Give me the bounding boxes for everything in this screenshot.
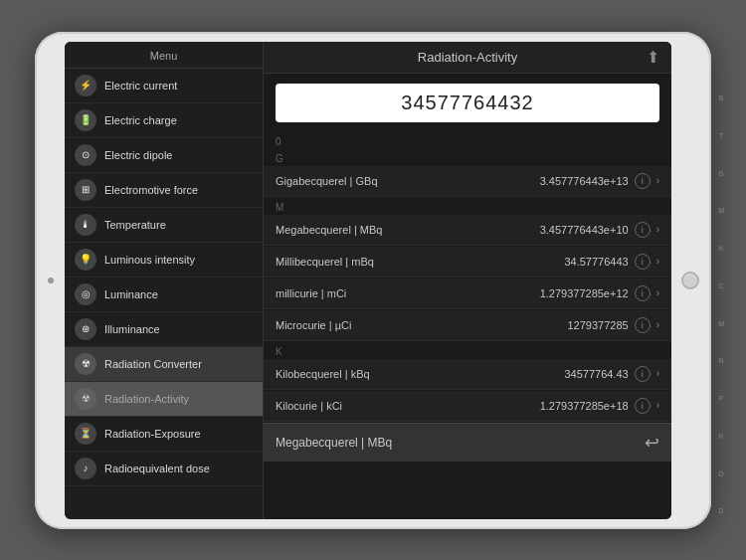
chevron-kilocurie-icon: › <box>656 400 659 411</box>
electric-dipole-icon: ⊙ <box>75 144 96 166</box>
sidebar-label: Electromotive force <box>104 184 198 196</box>
footer-label: Megabecquerel | MBq <box>276 436 392 450</box>
row-kilocurie-value: 1.279377285e+18 <box>540 400 629 412</box>
radiation-converter-icon: ☢ <box>75 353 96 375</box>
sidebar-label: Illuminance <box>104 323 160 335</box>
row-millicurie[interactable]: millicurie | mCi 1.279377285e+12 i › <box>264 279 671 309</box>
main-header: Radiation-Activity ⬆ <box>264 42 671 74</box>
radiation-activity-icon: ☢ <box>75 388 96 410</box>
sidebar-label: Luminous intensity <box>104 254 195 266</box>
sidebar-item-luminous-intensity[interactable]: 💡 Luminous intensity <box>65 243 263 278</box>
info-microcurie-button[interactable]: i <box>635 317 651 333</box>
chevron-kilobecquerel-icon: › <box>656 368 659 379</box>
row-megabecquerel[interactable]: Megabecquerel | MBq 3.457776443e+10 i › <box>264 215 671 246</box>
chevron-microcurie-icon: › <box>656 319 659 330</box>
sidebar-label: Electric current <box>104 80 177 92</box>
sidebar: Menu ⚡ Electric current 🔋 Electric charg… <box>65 42 264 519</box>
sidebar-item-radiation-exposure[interactable]: ⏳ Radiation-Exposure <box>65 417 263 452</box>
row-microcurie-value: 1279377285 <box>567 319 628 331</box>
tablet: Menu ⚡ Electric current 🔋 Electric charg… <box>35 32 711 529</box>
info-kilocurie-button[interactable]: i <box>635 398 651 414</box>
sidebar-item-electric-dipole[interactable]: ⊙ Electric dipole <box>65 138 263 173</box>
sidebar-item-radiation-converter[interactable]: ☢ Radiation Converter <box>65 347 263 382</box>
row-kilocurie-label: Kilocurie | kCi <box>276 400 342 412</box>
chevron-gigabecquerel-icon: › <box>656 175 659 186</box>
row-gigabecquerel-right: 3.457776443e+13 i › <box>540 173 659 189</box>
row-megabecquerel-value: 3.457776443e+10 <box>540 224 629 236</box>
footer-bar: Megabecquerel | MBq ↩ <box>264 423 671 462</box>
temperature-icon: 🌡 <box>75 214 96 236</box>
row-gigabecquerel[interactable]: Gigabecquerel | GBq 3.457776443e+13 i › <box>264 166 671 197</box>
row-millibecquerel[interactable]: Millibecquerel | mBq 34.57776443 i › <box>264 247 671 278</box>
section-g-label: G <box>264 149 671 166</box>
sidebar-item-radioequivalent-dose[interactable]: ♪ Radioequivalent dose <box>65 452 263 486</box>
row-millibecquerel-right: 34.57776443 i › <box>564 254 659 270</box>
electromotive-icon: ⊞ <box>75 179 96 201</box>
share-icon[interactable]: ⬆ <box>647 48 659 67</box>
tablet-right-side <box>679 272 701 289</box>
main-content: Radiation-Activity ⬆ 0 G Gigabecquerel |… <box>264 42 671 519</box>
input-sublabel: 0 <box>264 132 671 149</box>
sidebar-item-electric-current[interactable]: ⚡ Electric current <box>65 69 263 103</box>
sidebar-item-radiation-activity[interactable]: ☢ Radiation-Activity <box>65 382 263 417</box>
sidebar-label: Electric dipole <box>104 149 172 161</box>
tablet-screen: Menu ⚡ Electric current 🔋 Electric charg… <box>65 42 671 519</box>
radiation-exposure-icon: ⏳ <box>75 423 96 445</box>
electric-charge-icon: 🔋 <box>75 109 96 131</box>
section-k-label: K <box>264 342 671 359</box>
row-kilobecquerel-value: 34577764.43 <box>564 368 628 380</box>
sidebar-label: Luminance <box>104 288 158 300</box>
sidebar-header: Menu <box>65 42 263 69</box>
sidebar-item-illuminance[interactable]: ⊛ Illuminance <box>65 312 263 347</box>
row-millibecquerel-value: 34.57776443 <box>564 256 628 268</box>
main-title: Radiation-Activity <box>418 50 517 65</box>
sidebar-label: Radioequivalent dose <box>104 463 210 474</box>
input-area <box>264 74 671 128</box>
side-button <box>48 278 54 283</box>
luminance-icon: ◎ <box>75 283 96 305</box>
sidebar-label: Electric charge <box>104 114 177 126</box>
row-microcurie-label: Microcurie | µCi <box>276 319 351 331</box>
row-kilobecquerel-right: 34577764.43 i › <box>564 366 659 382</box>
info-megabecquerel-button[interactable]: i <box>635 222 651 238</box>
row-megabecquerel-label: Megabecquerel | MBq <box>276 224 382 236</box>
info-gigabecquerel-button[interactable]: i <box>635 173 651 189</box>
sidebar-item-electromotive-force[interactable]: ⊞ Electromotive force <box>65 173 263 208</box>
sidebar-label: Radiation-Activity <box>104 393 189 405</box>
row-gigabecquerel-value: 3.457776443e+13 <box>540 175 629 187</box>
value-input[interactable] <box>276 84 659 122</box>
sidebar-item-luminance[interactable]: ◎ Luminance <box>65 278 263 312</box>
row-microcurie[interactable]: Microcurie | µCi 1279377285 i › <box>264 310 671 341</box>
row-millibecquerel-label: Millibecquerel | mBq <box>276 256 374 268</box>
sidebar-label: Radiation-Exposure <box>104 428 201 440</box>
sidebar-item-electric-charge[interactable]: 🔋 Electric charge <box>65 103 263 138</box>
row-millicurie-value: 1.279377285e+12 <box>540 287 629 299</box>
footer-back-icon[interactable]: ↩ <box>645 432 659 454</box>
row-kilocurie[interactable]: Kilocurie | kCi 1.279377285e+18 i › <box>264 391 671 422</box>
sidebar-item-temperature[interactable]: 🌡 Temperature <box>65 208 263 243</box>
electric-current-icon: ⚡ <box>75 75 96 96</box>
illuminance-icon: ⊛ <box>75 318 96 340</box>
info-millibecquerel-button[interactable]: i <box>635 254 651 270</box>
sidebar-label: Radiation Converter <box>104 358 202 370</box>
row-megabecquerel-right: 3.457776443e+10 i › <box>540 222 659 238</box>
row-microcurie-right: 1279377285 i › <box>567 317 659 333</box>
luminous-icon: 💡 <box>75 249 96 271</box>
chevron-megabecquerel-icon: › <box>656 224 659 235</box>
row-millicurie-label: millicurie | mCi <box>276 287 346 299</box>
row-millicurie-right: 1.279377285e+12 i › <box>540 285 659 301</box>
row-kilocurie-right: 1.279377285e+18 i › <box>540 398 659 414</box>
sidebar-label: Temperature <box>104 219 166 231</box>
radioequivalent-icon: ♪ <box>75 458 96 479</box>
home-button[interactable] <box>681 272 699 289</box>
section-m-label: M <box>264 198 671 215</box>
chevron-millibecquerel-icon: › <box>656 256 659 267</box>
chevron-millicurie-icon: › <box>656 287 659 298</box>
info-millicurie-button[interactable]: i <box>635 285 651 301</box>
row-kilobecquerel[interactable]: Kilobecquerel | kBq 34577764.43 i › <box>264 359 671 390</box>
info-kilobecquerel-button[interactable]: i <box>635 366 651 382</box>
row-kilobecquerel-label: Kilobecquerel | kBq <box>276 368 370 380</box>
tablet-left-side <box>45 278 57 283</box>
row-gigabecquerel-label: Gigabecquerel | GBq <box>276 175 378 187</box>
